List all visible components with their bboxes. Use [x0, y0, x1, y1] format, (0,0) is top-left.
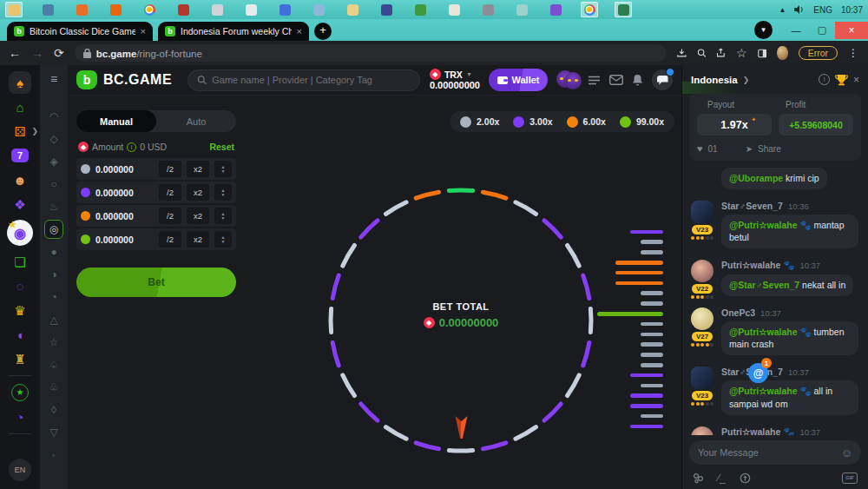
chat-toggle-avatar[interactable] — [652, 69, 673, 90]
forward-button[interactable]: → — [31, 47, 43, 59]
double-button[interactable]: x2 — [187, 231, 209, 248]
notifications-bell-icon[interactable] — [632, 74, 643, 86]
sidebar-item-bonuses[interactable]: ❏ — [5, 249, 35, 274]
user-avatar[interactable] — [556, 70, 579, 89]
username[interactable]: OnePc3 — [721, 307, 755, 318]
mini-game-icon-6[interactable]: ● — [44, 242, 63, 261]
chrome-active-icon[interactable] — [581, 2, 598, 17]
excel-icon[interactable] — [615, 2, 632, 17]
sidebar-item-vip-club[interactable]: ♛ — [5, 298, 35, 322]
mini-game-icon-10[interactable]: ☆ — [44, 333, 63, 352]
mini-game-icon-3[interactable]: ○ — [44, 175, 63, 194]
tab-close-icon[interactable]: × — [141, 26, 146, 36]
search-input[interactable] — [212, 75, 411, 85]
gif-keyboard-icon[interactable]: GIF — [842, 472, 858, 484]
sidebar-item-promotions[interactable]: ❖ — [5, 192, 35, 216]
double-button[interactable]: x2 — [187, 184, 209, 201]
search-tool-icon[interactable] — [310, 2, 327, 17]
mini-game-icon-0[interactable]: ◠ — [44, 107, 63, 126]
tab-auto[interactable]: Auto — [156, 116, 236, 127]
tray-expand-icon[interactable]: ▲ — [779, 6, 786, 14]
message-input-wrap[interactable]: ☺ — [689, 440, 861, 465]
address-bar[interactable]: bc.game/ring-of-fortune — [75, 44, 667, 62]
mini-game-icon-14[interactable]: ▽ — [44, 423, 63, 442]
half-button[interactable]: /2 — [159, 231, 181, 248]
dragon-game-icon[interactable] — [411, 2, 429, 17]
pidgin-icon[interactable] — [378, 2, 395, 17]
mention-link[interactable]: @Putri☆walahe — [729, 386, 798, 396]
trophy-icon[interactable] — [835, 74, 848, 86]
browser-tab[interactable]: bBitcoin Classic Dice Game - Play |× — [7, 22, 153, 41]
error-badge[interactable]: Error — [799, 46, 838, 60]
avatar[interactable] — [691, 367, 713, 389]
mention-link[interactable]: @Star♂Seven_7 — [729, 280, 799, 290]
sidebar-item-leaderboard[interactable]: ♜ — [5, 347, 35, 371]
like-heart-icon[interactable]: ♥ — [697, 143, 703, 154]
avatar[interactable] — [691, 307, 713, 330]
sidebar-item-casino-games[interactable]: ⚄❯ — [5, 119, 35, 143]
emoji-icon[interactable]: ☺ — [841, 446, 852, 459]
bets-list-icon[interactable] — [588, 76, 601, 85]
chat-info-icon[interactable]: ! — [819, 74, 830, 85]
avatar[interactable] — [691, 260, 713, 282]
reset-button[interactable]: Reset — [209, 142, 234, 152]
mini-game-icon-8[interactable]: ◔ — [44, 287, 63, 307]
username[interactable]: Putri☆walahe 🐾 — [721, 260, 794, 271]
half-button[interactable]: /2 — [159, 184, 181, 201]
share-icon[interactable] — [716, 47, 726, 59]
browser-profile-avatar[interactable] — [777, 46, 787, 60]
sidebar-item-multiplayer[interactable]: ◖ — [5, 322, 35, 347]
maximize-button[interactable]: ▢ — [809, 22, 835, 39]
side-panel-icon[interactable] — [758, 48, 767, 59]
mentions-button[interactable]: @ 1 — [748, 363, 768, 383]
brand-logo[interactable]: b BC.GAME — [76, 70, 172, 89]
pinwheel-icon[interactable] — [445, 2, 463, 17]
half-button[interactable]: /2 — [159, 208, 181, 224]
bet-button[interactable]: Bet — [76, 268, 236, 297]
zoom-icon[interactable] — [697, 47, 707, 59]
folders-icon[interactable] — [344, 2, 361, 17]
mini-game-icon-2[interactable]: ◈ — [44, 152, 63, 171]
collapse-menu-icon[interactable]: ≡ — [50, 72, 57, 86]
avatar[interactable] — [691, 426, 713, 436]
chrome-icon[interactable] — [141, 2, 158, 17]
tab-manual[interactable]: Manual — [76, 110, 156, 132]
red-book-icon[interactable] — [174, 2, 192, 17]
notes-icon[interactable] — [242, 2, 260, 17]
clipboard-icon[interactable] — [208, 2, 226, 17]
game-search[interactable] — [187, 69, 420, 91]
sidebar-item-slots[interactable]: 7 — [5, 143, 35, 168]
sidebar-item-ring-of-fortune-mini[interactable]: ◎ — [44, 220, 63, 239]
share-arrow-icon[interactable]: ➤ — [746, 144, 753, 154]
pen-tool-icon[interactable] — [479, 2, 496, 17]
half-button[interactable]: /2 — [159, 161, 181, 177]
mini-game-icon-11[interactable]: ♤ — [44, 355, 63, 374]
amount-stepper[interactable]: ▲▼ — [214, 231, 232, 248]
remote-desktop-icon[interactable] — [513, 2, 530, 17]
amount-stepper[interactable]: ▲▼ — [214, 161, 232, 177]
mini-game-icon-4[interactable]: ♨ — [44, 197, 63, 216]
mini-game-icon-9[interactable]: △ — [44, 310, 63, 329]
minimize-button[interactable]: — — [783, 22, 809, 39]
mini-game-icon-7[interactable]: ◑ — [44, 265, 63, 284]
avatar[interactable] — [691, 201, 713, 223]
sidebar-item-ring-of-fortune[interactable]: ◉★ — [5, 216, 35, 249]
input-language[interactable]: ENG — [813, 5, 832, 15]
username[interactable]: Putri☆walahe 🐾 — [721, 426, 794, 436]
new-tab-button[interactable]: + — [314, 23, 332, 40]
photo-viewer-icon[interactable] — [39, 2, 56, 17]
mini-game-icon-15[interactable]: ◦ — [44, 446, 63, 465]
chat-channel[interactable]: Indonesia — [691, 75, 738, 85]
chat-rules-icon[interactable]: ∕_ — [718, 472, 726, 484]
username[interactable]: Star♂Seven_7 — [721, 201, 783, 211]
tip-coin-icon[interactable] — [740, 472, 751, 484]
sidebar-item-live-casino[interactable]: ☻ — [5, 168, 35, 192]
tab-close-icon[interactable]: × — [297, 26, 302, 36]
media-player-icon[interactable] — [73, 2, 90, 17]
sidebar-item-lottery[interactable]: ◌ — [5, 274, 35, 298]
info-icon[interactable]: i — [127, 142, 136, 152]
volume-icon[interactable] — [794, 5, 805, 14]
reload-button[interactable]: ⟳ — [54, 47, 64, 59]
amount-stepper[interactable]: ▲▼ — [214, 184, 232, 201]
kmplayer-icon[interactable] — [547, 2, 564, 17]
